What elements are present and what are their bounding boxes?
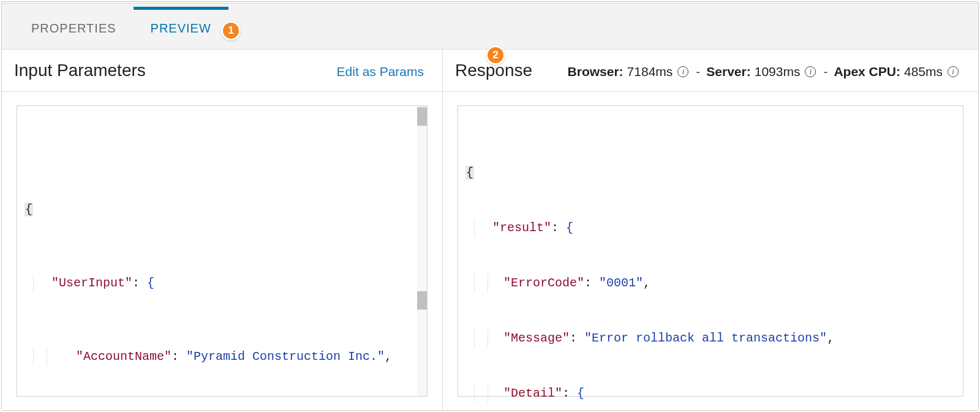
callout-badge-2: 2 <box>486 45 505 65</box>
edit-as-params-link[interactable]: Edit as Params <box>337 64 424 79</box>
timing-apex-label: Apex CPU: <box>834 64 900 79</box>
scrollbar-thumb[interactable] <box>417 291 427 310</box>
json-value: "Pyramid Construction Inc." <box>186 349 385 364</box>
tab-properties[interactable]: PROPERTIES <box>14 8 134 49</box>
timing-bar: Browser: 7184ms i - Server: 1093ms i - A… <box>568 64 960 79</box>
json-key: "Message" <box>503 331 570 345</box>
timing-sep: - <box>823 64 827 79</box>
callout-badge-1: 1 <box>221 21 241 40</box>
input-pane: Input Parameters Edit as Params { <box>2 50 443 410</box>
json-value: "0001" <box>599 276 643 290</box>
tab-preview[interactable]: PREVIEW <box>134 8 228 49</box>
response-pane: Response Browser: 7184ms i - Server: 109… <box>443 50 978 410</box>
timing-server-value: 1093ms <box>755 64 801 79</box>
info-icon[interactable]: i <box>805 66 816 77</box>
json-key: "result" <box>492 221 551 235</box>
response-pane-header: Response Browser: 7184ms i - Server: 109… <box>443 50 978 92</box>
input-code-wrap: { "UserInput": { "AccountName": "Pyramid… <box>2 92 442 410</box>
timing-browser-value: 7184ms <box>627 64 673 79</box>
timing-server-label: Server: <box>706 64 750 79</box>
json-key: "Detail" <box>503 386 562 400</box>
timing-browser-label: Browser: <box>568 64 624 79</box>
scrollbar-thumb[interactable] <box>417 107 427 126</box>
input-pane-header: Input Parameters Edit as Params <box>2 50 442 92</box>
timing-apex-value: 485ms <box>904 64 943 79</box>
info-icon[interactable]: i <box>948 66 959 77</box>
panel-inner: PROPERTIES PREVIEW 1 2 Input Parameters … <box>2 3 978 410</box>
info-icon[interactable]: i <box>677 66 688 77</box>
timing-sep: - <box>696 64 700 79</box>
tab-bar: PROPERTIES PREVIEW 1 2 <box>2 4 978 50</box>
json-value: "Error rollback all transactions" <box>584 331 827 345</box>
json-key: "ErrorCode" <box>503 276 584 290</box>
split-container: Input Parameters Edit as Params { <box>2 50 978 410</box>
response-code-box[interactable]: { "result": { "ErrorCode": "0001", <box>458 105 963 397</box>
json-key: "UserInput" <box>51 276 132 290</box>
input-code-box[interactable]: { "UserInput": { "AccountName": "Pyramid… <box>17 105 428 397</box>
response-code-wrap: { "result": { "ErrorCode": "0001", <box>443 92 978 410</box>
json-key: "AccountName" <box>76 349 172 364</box>
input-pane-title: Input Parameters <box>14 61 146 80</box>
panel-frame: PROPERTIES PREVIEW 1 2 Input Parameters … <box>1 1 979 411</box>
